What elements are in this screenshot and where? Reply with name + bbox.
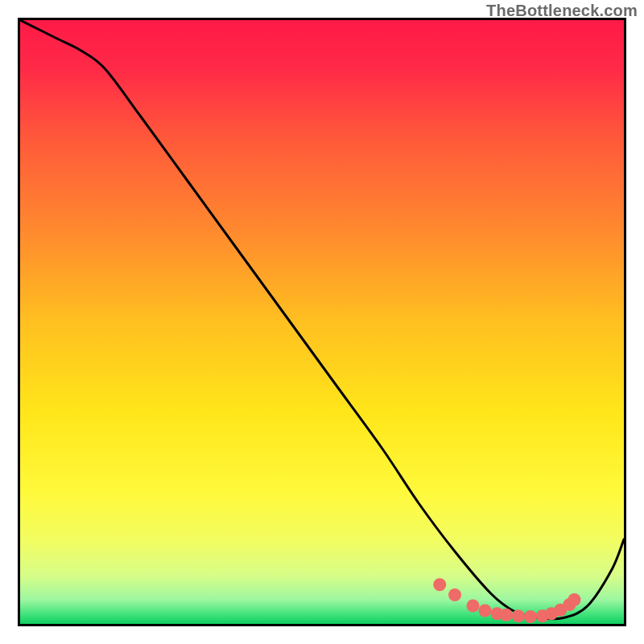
- marker-point: [568, 593, 581, 606]
- marker-point: [433, 578, 446, 591]
- marker-point: [479, 605, 492, 617]
- marker-point: [467, 600, 480, 613]
- marker-point: [512, 609, 525, 622]
- bottleneck-curve: [20, 20, 624, 619]
- marker-point: [448, 588, 461, 601]
- plot-area: [18, 18, 626, 626]
- highlighted-points: [433, 578, 580, 623]
- chart-container: TheBottleneck.com: [0, 0, 644, 644]
- marker-point: [500, 609, 513, 621]
- curve-layer: [20, 20, 624, 624]
- marker-point: [524, 610, 537, 623]
